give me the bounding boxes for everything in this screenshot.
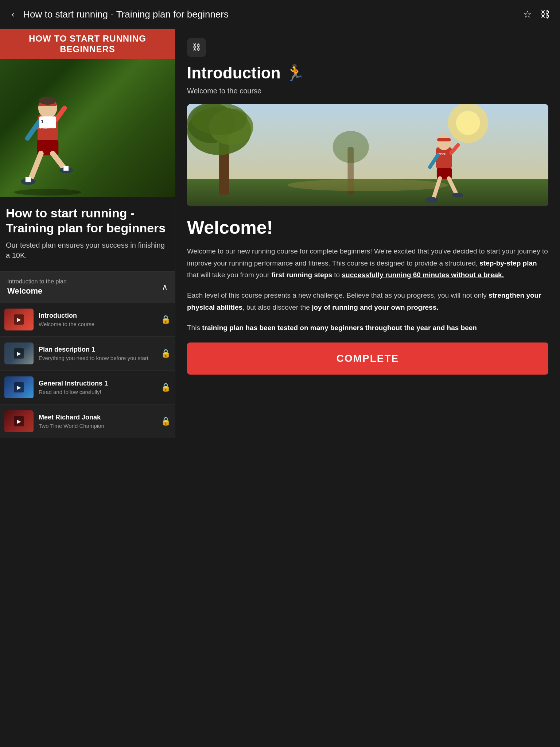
lesson-title: Plan description 1 bbox=[39, 346, 156, 353]
play-icon: ▶ bbox=[14, 416, 24, 426]
lesson-title: Introduction bbox=[39, 312, 156, 320]
svg-line-8 bbox=[56, 108, 65, 120]
lesson-items-container: ▶ Introduction Welcome to the course 🔒 ▶… bbox=[0, 302, 175, 438]
svg-point-28 bbox=[333, 131, 369, 163]
list-item[interactable]: ▶ Meet Richard Jonak Two Time World Cham… bbox=[0, 404, 175, 438]
image-banner: HOW TO START RUNNING BEGINNERS bbox=[0, 29, 175, 59]
lesson-text: General Instructions 1 Read and follow c… bbox=[39, 380, 156, 395]
list-item[interactable]: ▶ General Instructions 1 Read and follow… bbox=[0, 370, 175, 404]
header: ‹ How to start running - Training plan f… bbox=[0, 0, 560, 29]
lesson-subtitle: Welcome to the course bbox=[39, 321, 156, 327]
list-item[interactable]: ▶ Plan description 1 Everything you need… bbox=[0, 336, 175, 370]
welcome-subtitle: Welcome to the course bbox=[187, 87, 548, 95]
svg-point-6 bbox=[39, 97, 57, 105]
svg-rect-14 bbox=[26, 177, 31, 182]
lesson-section-title: Welcome bbox=[7, 286, 67, 296]
lesson-list: Introduction to the plan Welcome ∧ ▶ Int… bbox=[0, 271, 175, 438]
body-paragraph-2: Each level of this course presents a new… bbox=[187, 290, 548, 313]
play-icon: ▶ bbox=[14, 382, 24, 392]
lesson-subtitle: Read and follow carefully! bbox=[39, 389, 156, 395]
header-actions: ☆ ⛓ bbox=[522, 7, 551, 22]
svg-point-32 bbox=[437, 134, 451, 150]
complete-button[interactable]: COMPLETE bbox=[187, 342, 548, 375]
svg-rect-30 bbox=[436, 147, 452, 169]
header-title: How to start running - Training plan for… bbox=[23, 9, 229, 20]
header-left: ‹ How to start running - Training plan f… bbox=[9, 8, 229, 21]
svg-point-26 bbox=[191, 104, 247, 135]
lesson-thumbnail: ▶ bbox=[4, 376, 34, 398]
play-icon: ▶ bbox=[14, 314, 24, 325]
course-description: Our tested plan ensures your success in … bbox=[6, 240, 169, 260]
lesson-thumbnail: ▶ bbox=[4, 309, 34, 330]
svg-line-7 bbox=[27, 121, 39, 138]
svg-point-29 bbox=[287, 179, 448, 191]
lesson-subtitle: Everything you need to know before you s… bbox=[39, 355, 156, 361]
body-paragraph-3: This training plan has been tested on ma… bbox=[187, 322, 548, 334]
right-panel: ⛓ Introduction 🏃 Welcome to the course bbox=[175, 29, 560, 438]
bookmark-button[interactable]: ☆ bbox=[522, 7, 533, 22]
lesson-thumbnail: ▶ bbox=[4, 410, 34, 432]
list-item[interactable]: ▶ Introduction Welcome to the course 🔒 bbox=[0, 302, 175, 336]
lesson-thumbnail: ▶ bbox=[4, 342, 34, 364]
lesson-section-header[interactable]: Introduction to the plan Welcome ∧ bbox=[0, 271, 175, 302]
lesson-text: Meet Richard Jonak Two Time World Champi… bbox=[39, 414, 156, 429]
runner-illustration: CZECH REPUBLIC bbox=[7, 73, 95, 197]
svg-text:1: 1 bbox=[41, 119, 43, 124]
play-icon: ▶ bbox=[14, 348, 24, 359]
svg-point-0 bbox=[14, 189, 81, 196]
content-scene-illustration: CZECH bbox=[187, 104, 548, 206]
banner-text-line2: BEGINNERS bbox=[6, 44, 169, 55]
svg-rect-33 bbox=[437, 138, 451, 142]
lesson-header-info: Introduction to the plan Welcome bbox=[7, 278, 67, 296]
lock-icon: 🔒 bbox=[161, 315, 171, 324]
svg-point-40 bbox=[452, 193, 463, 198]
main-layout: HOW TO START RUNNING BEGINNERS CZECH REP… bbox=[0, 29, 560, 438]
link-icon-button[interactable]: ⛓ bbox=[187, 38, 206, 57]
lock-icon: 🔒 bbox=[161, 349, 171, 358]
body-paragraph-1: Welcome to our new running course for co… bbox=[187, 245, 548, 281]
lesson-section-label: Introduction to the plan bbox=[7, 278, 67, 285]
back-button[interactable]: ‹ bbox=[9, 8, 17, 21]
svg-line-11 bbox=[53, 154, 65, 169]
lesson-title: General Instructions 1 bbox=[39, 380, 156, 387]
lesson-title: Meet Richard Jonak bbox=[39, 414, 156, 421]
svg-point-21 bbox=[456, 111, 480, 135]
svg-rect-15 bbox=[63, 166, 69, 171]
lesson-text: Introduction Welcome to the course bbox=[39, 312, 156, 327]
lesson-subtitle: Two Time World Champion bbox=[39, 423, 156, 429]
chevron-up-icon: ∧ bbox=[162, 282, 168, 292]
lock-icon: 🔒 bbox=[161, 417, 171, 426]
course-hero-image: HOW TO START RUNNING BEGINNERS CZECH REP… bbox=[0, 29, 175, 197]
banner-text-line1: HOW TO START RUNNING bbox=[6, 34, 169, 44]
svg-point-39 bbox=[425, 197, 438, 203]
content-image: CZECH bbox=[187, 104, 548, 206]
course-image-bg: HOW TO START RUNNING BEGINNERS CZECH REP… bbox=[0, 29, 175, 197]
course-title: How to start running - Training plan for… bbox=[6, 206, 169, 236]
left-panel: HOW TO START RUNNING BEGINNERS CZECH REP… bbox=[0, 29, 175, 438]
course-info: How to start running - Training plan for… bbox=[0, 197, 175, 268]
svg-line-10 bbox=[31, 154, 41, 179]
lesson-text: Plan description 1 Everything you need t… bbox=[39, 346, 156, 361]
welcome-heading: Welcome! bbox=[187, 217, 548, 238]
section-heading: Introduction 🏃 bbox=[187, 64, 548, 82]
lock-icon: 🔒 bbox=[161, 383, 171, 392]
share-button[interactable]: ⛓ bbox=[539, 7, 551, 22]
link-icon: ⛓ bbox=[192, 43, 201, 52]
